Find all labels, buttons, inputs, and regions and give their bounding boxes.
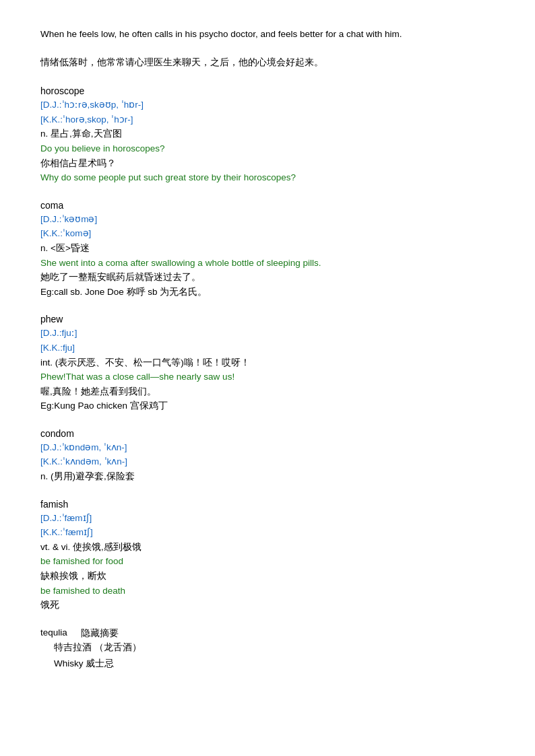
example-famish-en-0: be famished for food — [40, 554, 495, 569]
tequlia-header: tequlia 隐藏摘要 — [40, 627, 495, 640]
phonetic-famish-dj: [D.J.:ˈfæmɪʃ] — [40, 511, 495, 526]
pos-def-famish: vt. & vi. 使挨饿,感到极饿 — [40, 540, 495, 555]
example-horoscope-cn-0: 你相信占星术吗？ — [40, 156, 495, 171]
pos-def-horoscope: n. 星占,算命,天宫图 — [40, 127, 495, 141]
example-phew-cn-0: 喔,真险！她差点看到我们。 — [40, 384, 495, 399]
pos-def-condom: n. (男用)避孕套,保险套 — [40, 469, 495, 484]
entry-phew: phew [D.J.:fjuː] [K.K.:fju] int. (表示厌恶、不… — [40, 314, 495, 413]
intro-english: When he feels low, he often calls in his… — [40, 27, 495, 42]
intro-chinese: 情绪低落时，他常常请心理医生来聊天，之后，他的心境会好起来。 — [40, 55, 495, 70]
entry-coma: coma [D.J.:ˈkəʊmə] [K.K.:ˈkomə] n. <医>昏迷… — [40, 200, 495, 300]
example-horoscope-en-1: Why do some people put such great store … — [40, 170, 495, 185]
word-famish: famish — [40, 499, 495, 510]
phonetic-phew-kk: [K.K.:fju] — [40, 341, 495, 355]
phonetic-famish-kk: [K.K.:ˈfæmɪʃ] — [40, 525, 495, 540]
example-horoscope-en-0: Do you believe in horoscopes? — [40, 141, 495, 156]
note-phew: Eg:Kung Pao chicken 宫保鸡丁 — [40, 399, 495, 413]
entry-condom: condom [D.J.:ˈkɒndəm, ˈkʌn-] [K.K.:ˈkʌnd… — [40, 428, 495, 484]
pos-def-phew: int. (表示厌恶、不安、松一口气等)嗡！呸！哎呀！ — [40, 355, 495, 370]
example-coma-en-0: She went into a coma after swallowing a … — [40, 256, 495, 271]
intro-section: When he feels low, he often calls in his… — [40, 27, 495, 69]
pos-def-coma: n. <医>昏迷 — [40, 241, 495, 256]
phonetic-coma-dj: [D.J.:ˈkəʊmə] — [40, 212, 495, 227]
word-condom: condom — [40, 428, 495, 439]
entry-famish: famish [D.J.:ˈfæmɪʃ] [K.K.:ˈfæmɪʃ] vt. &… — [40, 499, 495, 613]
phonetic-horoscope-dj: [D.J.:ˈhɔːrə,skəʊp, ˈhɒr-] — [40, 98, 495, 112]
tequlia-word: tequlia — [40, 627, 67, 640]
note-coma: Eg:call sb. Jone Doe 称呼 sb 为无名氏。 — [40, 285, 495, 300]
word-phew: phew — [40, 314, 495, 324]
phonetic-horoscope-kk: [K.K.:ˈhorə,skop, ˈhɔr-] — [40, 112, 495, 127]
phonetic-phew-dj: [D.J.:fjuː] — [40, 326, 495, 341]
entry-horoscope: horoscope [D.J.:ˈhɔːrə,skəʊp, ˈhɒr-] [K.… — [40, 85, 495, 185]
phonetic-coma-kk: [K.K.:ˈkomə] — [40, 226, 495, 241]
example-phew-en-0: Phew!That was a close call—she nearly sa… — [40, 370, 495, 384]
tequlia-item-0: 特吉拉酒 （龙舌酒） — [54, 640, 495, 656]
entry-tequlia: tequlia 隐藏摘要 特吉拉酒 （龙舌酒） Whisky 威士忌 — [40, 627, 495, 673]
example-famish-cn-1: 饿死 — [40, 598, 495, 613]
entries-container: horoscope [D.J.:ˈhɔːrə,skəʊp, ˈhɒr-] [K.… — [40, 85, 495, 672]
word-horoscope: horoscope — [40, 85, 495, 96]
example-famish-en-1: be famished to death — [40, 584, 495, 598]
example-famish-cn-0: 缺粮挨饿，断炊 — [40, 569, 495, 584]
example-coma-cn-0: 她吃了一整瓶安眠药后就昏迷过去了。 — [40, 270, 495, 285]
phonetic-condom-kk: [K.K.:ˈkʌndəm, ˈkʌn-] — [40, 454, 495, 469]
phonetic-condom-dj: [D.J.:ˈkɒndəm, ˈkʌn-] — [40, 440, 495, 455]
tequlia-hidden-label: 隐藏摘要 — [81, 627, 119, 640]
tequlia-items: 特吉拉酒 （龙舌酒） Whisky 威士忌 — [40, 640, 495, 673]
word-coma: coma — [40, 200, 495, 211]
tequlia-item-1: Whisky 威士忌 — [54, 656, 495, 672]
